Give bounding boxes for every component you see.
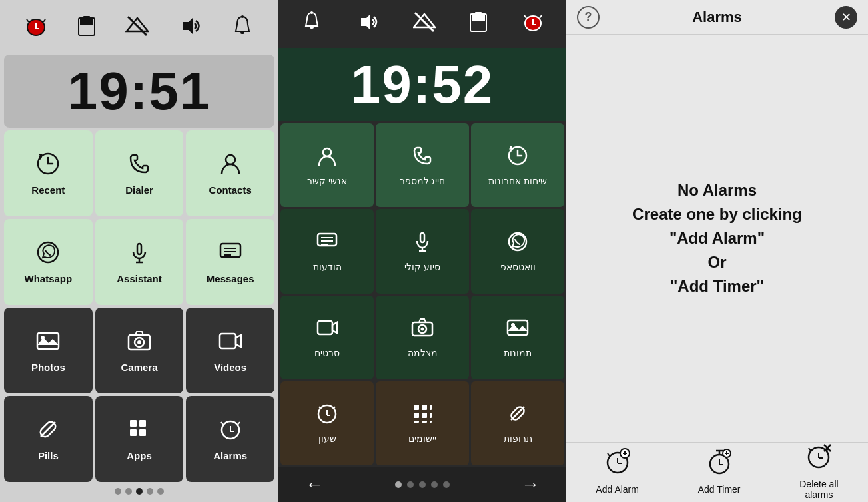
p2-cell-contacts[interactable]: אנשי קשר (280, 123, 374, 207)
p2-dot-4[interactable] (431, 481, 438, 488)
p2-cell-messages[interactable]: הודעות (280, 209, 374, 293)
p3-add-timer-button[interactable]: Add Timer (698, 447, 741, 495)
p2-photos-icon (506, 316, 529, 344)
p1-cell-dialer[interactable]: Dialer (95, 130, 184, 216)
svg-point-30 (137, 340, 141, 344)
p1-alarms-label: Alarms (213, 450, 247, 461)
svg-rect-51 (472, 15, 485, 21)
svg-line-80 (334, 407, 335, 409)
p2-status-bar (278, 0, 566, 48)
p2-contacts-label: אנשי קשר (307, 176, 347, 186)
svg-line-79 (319, 407, 320, 409)
p1-cell-camera[interactable]: Camera (95, 308, 184, 393)
svg-rect-25 (37, 333, 59, 349)
p2-camera-label: מצלמה (408, 348, 438, 358)
p3-delete-alarms-button[interactable]: Delete allalarms (799, 441, 838, 500)
p1-dot-2[interactable] (125, 488, 132, 495)
p2-signal-off-icon (413, 11, 436, 38)
whatsapp-icon (35, 240, 61, 270)
p1-cell-photos[interactable]: Photos (4, 308, 93, 393)
p2-photos-label: תמונות (504, 348, 532, 358)
p1-cell-videos[interactable]: Videos (186, 308, 274, 393)
p2-cell-camera[interactable]: מצלמה (376, 296, 469, 379)
p1-cell-assistant[interactable]: Assistant (95, 219, 184, 305)
p1-page-dots (115, 485, 164, 498)
p2-dot-1[interactable] (395, 481, 402, 488)
p2-dot-3[interactable] (419, 481, 426, 488)
p1-dot-3[interactable] (136, 488, 143, 495)
p1-cell-whatsapp[interactable]: Whatsapp (4, 219, 93, 305)
p2-dot-2[interactable] (407, 481, 414, 488)
svg-rect-68 (318, 321, 332, 334)
p3-no-alarms-text: No AlarmsCreate one by clicking"Add Alar… (632, 178, 802, 298)
p2-clock-display: 19:52 (278, 48, 566, 121)
p1-cell-contacts[interactable]: Contacts (186, 130, 274, 216)
svg-rect-44 (310, 26, 314, 29)
p1-cell-alarms[interactable]: Alarms (186, 396, 274, 482)
svg-rect-89 (430, 421, 432, 423)
svg-rect-37 (130, 429, 137, 436)
camera-icon (127, 328, 152, 359)
svg-rect-83 (430, 405, 432, 410)
dialer-icon (127, 151, 152, 182)
p1-cell-messages[interactable]: Messages (186, 219, 274, 305)
svg-rect-13 (240, 31, 244, 34)
p1-cell-pills[interactable]: Pills (4, 396, 93, 482)
p1-clock-time: 19:51 (68, 61, 211, 122)
svg-marker-74 (508, 324, 528, 331)
p2-cell-apps[interactable]: יישומים (376, 381, 469, 465)
p2-cell-whatsapp[interactable]: וואטסאפ (471, 209, 564, 293)
svg-line-57 (540, 15, 542, 18)
p2-bell-icon (300, 11, 323, 38)
p2-cell-recent[interactable]: שיחות אחרונות (471, 123, 564, 207)
svg-line-111 (809, 448, 811, 451)
p3-title: Alarms (600, 9, 835, 26)
p3-footer: Add Alarm Add Timer (566, 442, 868, 502)
svg-line-95 (608, 453, 610, 456)
p1-messages-label: Messages (207, 273, 254, 284)
p3-header: ? Alarms ✕ (566, 0, 868, 35)
p2-nav-left[interactable]: ← (305, 474, 324, 495)
p2-contacts-icon (316, 144, 338, 172)
p1-dot-5[interactable] (157, 488, 164, 495)
p3-help-button[interactable]: ? (577, 6, 600, 29)
p2-apps-icon (411, 402, 434, 429)
p2-recent-icon (506, 144, 529, 172)
alarms-icon (218, 417, 243, 447)
pills-icon (35, 417, 61, 447)
p2-cell-assistant[interactable]: סיוע קולי (376, 209, 469, 293)
p1-photos-label: Photos (31, 362, 65, 373)
p2-cell-videos[interactable]: סרטים (280, 296, 374, 379)
messages-icon (218, 240, 243, 270)
svg-rect-84 (414, 413, 419, 418)
svg-point-75 (511, 323, 515, 327)
p2-cell-dialer[interactable]: חייג למספר (376, 123, 469, 207)
svg-line-5 (27, 19, 29, 22)
p1-dot-4[interactable] (147, 488, 153, 495)
svg-point-16 (226, 155, 235, 164)
p2-cell-pills[interactable]: תרופות (471, 381, 564, 465)
p1-dot-1[interactable] (115, 488, 121, 495)
svg-rect-85 (422, 413, 427, 418)
svg-point-27 (41, 336, 45, 340)
p3-close-button[interactable]: ✕ (835, 6, 857, 29)
p2-assistant-label: סיוע קולי (404, 262, 440, 272)
p3-add-alarm-label: Add Alarm (596, 484, 639, 495)
p3-add-alarm-button[interactable]: Add Alarm (596, 447, 639, 495)
p1-cell-apps[interactable]: Apps (95, 396, 184, 482)
svg-rect-86 (430, 413, 432, 418)
p3-add-alarm-icon (603, 447, 632, 481)
p1-contacts-label: Contacts (209, 184, 252, 196)
p2-cell-photos[interactable]: תמונות (471, 296, 564, 379)
p2-messages-icon (316, 230, 338, 258)
p2-apps-label: יישומים (408, 433, 436, 444)
p3-content: No AlarmsCreate one by clicking"Add Alar… (566, 35, 868, 442)
svg-rect-81 (414, 405, 419, 410)
p2-cell-clock[interactable]: שעון (280, 381, 374, 465)
p1-assistant-label: Assistant (117, 273, 162, 284)
p2-dot-5[interactable] (443, 481, 450, 488)
p2-pills-label: תרופות (504, 433, 532, 444)
alarm-active-icon (24, 14, 48, 43)
p2-nav-right[interactable]: → (521, 474, 540, 495)
p1-cell-recent[interactable]: Recent (4, 130, 93, 216)
